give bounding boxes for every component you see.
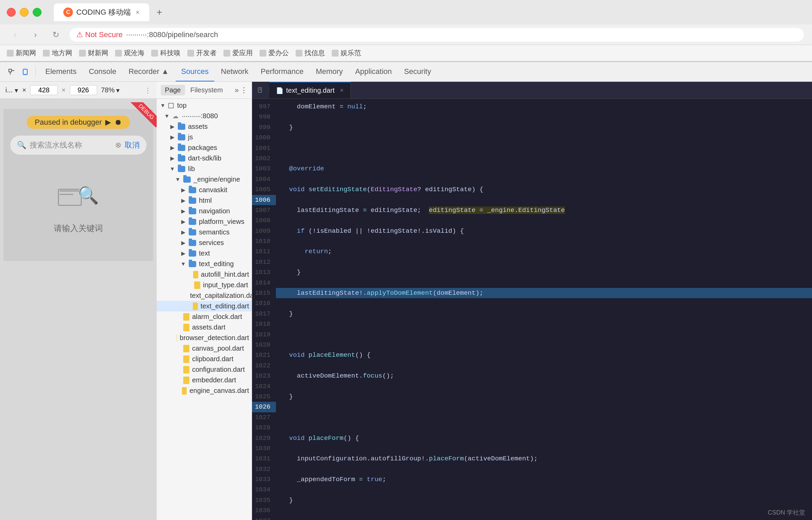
bookmark-观沧海[interactable]: 观沧海 — [115, 48, 144, 58]
file-tree-item-packages[interactable]: ▶ packages — [157, 142, 252, 153]
height-input[interactable] — [70, 85, 97, 95]
file-tree-item-autofill[interactable]: autofill_hint.dart — [157, 269, 252, 280]
code-tabs: 📄 text_editing.dart × — [252, 82, 812, 99]
file-tree-item-canvaskit[interactable]: ▶ canvaskit — [157, 185, 252, 195]
tab-network[interactable]: Network — [216, 62, 254, 81]
bookmark-科技嗅[interactable]: 科技嗅 — [151, 48, 181, 58]
file-tree-item-js[interactable]: ▶ js — [157, 132, 252, 142]
file-tree-item-platform-views[interactable]: ▶ platform_views — [157, 216, 252, 227]
file-icon — [193, 303, 198, 310]
line-numbers: 997 998 999 1000 1001 1002 1003 1004 100… — [252, 99, 276, 520]
file-tree-item-engine[interactable]: ▼ _engine/engine — [157, 174, 252, 185]
file-tree-item-text-editing-dart[interactable]: text_editing.dart — [157, 301, 252, 311]
mobile-preview-panel: i... ▾ × × 78% ▾ ⋮ Paused in debugger ▶ — [0, 82, 157, 520]
tab-application[interactable]: Application — [350, 62, 397, 81]
tab-performance[interactable]: Performance — [255, 62, 309, 81]
more-tabs-button[interactable]: » — [235, 86, 239, 95]
file-icon — [183, 324, 189, 331]
file-tree-item-embedder[interactable]: embedder.dart — [157, 375, 252, 385]
file-tree-item-text-editing[interactable]: ▼ text_editing — [157, 259, 252, 269]
close-tab-button[interactable]: × — [340, 87, 344, 94]
cloud-icon: ☁ — [172, 112, 178, 120]
zoom-selector[interactable]: 78% ▾ — [101, 86, 120, 94]
file-tree-item-semantics[interactable]: ▶ semantics — [157, 227, 252, 238]
page-tab[interactable]: Page — [161, 85, 185, 95]
expand-arrow: ▶ — [169, 134, 176, 140]
file-tree-tabs: Page Filesystem » ⋮ — [157, 82, 252, 99]
file-tree-item-top[interactable]: ▼ top — [157, 100, 252, 111]
close-button[interactable] — [7, 8, 16, 17]
device-toggle-button[interactable] — [19, 66, 31, 78]
filesystem-tab[interactable]: Filesystem — [186, 85, 227, 95]
file-tree-item-dart-sdk[interactable]: ▶ dart-sdk/lib — [157, 153, 252, 164]
code-lines[interactable]: domElement = null; } @override void setE… — [276, 99, 812, 520]
more-options-button[interactable]: ⋮ — [144, 86, 151, 94]
file-icon — [183, 366, 189, 373]
file-tree-item-browser-detection[interactable]: browser_detection.dart — [157, 333, 252, 343]
tab-memory[interactable]: Memory — [310, 62, 348, 81]
watermark: CSDN 学社堂 — [768, 508, 805, 517]
inspect-element-button[interactable] — [5, 66, 18, 78]
bookmark-icon — [223, 50, 230, 57]
bookmark-地方网[interactable]: 地方网 — [43, 48, 72, 58]
address-input[interactable]: ⚠ Not Secure ··········:8080/pipeline/se… — [69, 28, 804, 42]
tab-recorder[interactable]: Recorder ▲ — [123, 62, 174, 81]
file-tree-item-configuration[interactable]: configuration.dart — [157, 364, 252, 375]
bookmark-爱应用[interactable]: 爱应用 — [223, 48, 253, 58]
search-bar[interactable]: 🔍 搜索流水线名称 ⊗ 取消 — [10, 136, 146, 155]
bookmark-找信息[interactable]: 找信息 — [296, 48, 325, 58]
folder-icon — [178, 145, 185, 151]
extra-options-button[interactable]: ⋮ — [240, 86, 248, 95]
bookmark-财新网[interactable]: 财新网 — [79, 48, 108, 58]
file-tree-item-alarm-clock[interactable]: alarm_clock.dart — [157, 311, 252, 322]
record-icon[interactable]: ⏺ — [114, 118, 122, 127]
not-secure-indicator: ⚠ Not Secure — [76, 30, 123, 39]
file-tree-item-engine-canvas[interactable]: engine_canvas.dart — [157, 385, 252, 396]
file-tree-item-lib[interactable]: ▼ lib — [157, 164, 252, 174]
cancel-button[interactable]: 取消 — [125, 140, 140, 150]
bookmark-爱办公[interactable]: 爱办公 — [260, 48, 289, 58]
file-tree-item-navigation[interactable]: ▶ navigation — [157, 206, 252, 216]
svg-rect-0 — [9, 69, 12, 72]
file-icon — [177, 334, 177, 342]
tab-security[interactable]: Security — [399, 62, 436, 81]
file-tree-item-html[interactable]: ▶ html — [157, 195, 252, 206]
refresh-button[interactable]: ↻ — [49, 28, 63, 42]
debug-corner: DEBUG — [129, 102, 157, 129]
browser-tab[interactable]: C CODING 移动端 × — [54, 3, 149, 21]
bookmark-开发者[interactable]: 开发者 — [187, 48, 217, 58]
file-tree-item-text[interactable]: ▶ text — [157, 248, 252, 259]
search-icon: 🔍 — [17, 141, 26, 150]
tab-console[interactable]: Console — [83, 62, 122, 81]
code-tab-text-editing[interactable]: 📄 text_editing.dart × — [269, 82, 351, 98]
bookmark-icon — [296, 50, 302, 57]
file-tree-item-input-type[interactable]: input_type.dart — [157, 280, 252, 290]
forward-button[interactable]: › — [29, 28, 42, 42]
folder-icon — [189, 240, 196, 246]
file-tree-item-assets[interactable]: ▶ assets — [157, 121, 252, 132]
bookmark-新闻网[interactable]: 新闻网 — [7, 48, 36, 58]
code-content[interactable]: 997 998 999 1000 1001 1002 1003 1004 100… — [252, 99, 812, 520]
file-tree-item-canvas-pool[interactable]: canvas_pool.dart — [157, 343, 252, 354]
tab-sources[interactable]: Sources — [176, 62, 214, 81]
maximize-button[interactable] — [33, 8, 42, 17]
play-icon[interactable]: ▶ — [105, 118, 111, 127]
new-tab-button[interactable]: + — [152, 5, 167, 20]
folder-icon — [189, 187, 196, 193]
back-button[interactable]: ‹ — [8, 28, 22, 42]
file-tree-item-clipboard[interactable]: clipboard.dart — [157, 354, 252, 364]
file-tree-item-text-cap[interactable]: text_capitalization.dart — [157, 290, 252, 301]
file-tree-item-assets-dart[interactable]: assets.dart — [157, 322, 252, 333]
clear-icon[interactable]: ⊗ — [115, 141, 121, 150]
device-selector[interactable]: i... ▾ — [5, 86, 18, 94]
tab-elements[interactable]: Elements — [40, 62, 82, 81]
bookmark-icon — [115, 50, 122, 57]
bookmark-娱乐范[interactable]: 娱乐范 — [332, 48, 361, 58]
file-tree-item-host[interactable]: ▼ ☁ ··········:8080 — [157, 111, 252, 121]
expand-arrow: ▶ — [180, 218, 187, 225]
minimize-button[interactable] — [20, 8, 29, 17]
width-input[interactable] — [30, 85, 58, 95]
page-icon — [168, 103, 174, 108]
tab-close-button[interactable]: × — [136, 9, 140, 16]
file-tree-item-services[interactable]: ▶ services — [157, 238, 252, 248]
